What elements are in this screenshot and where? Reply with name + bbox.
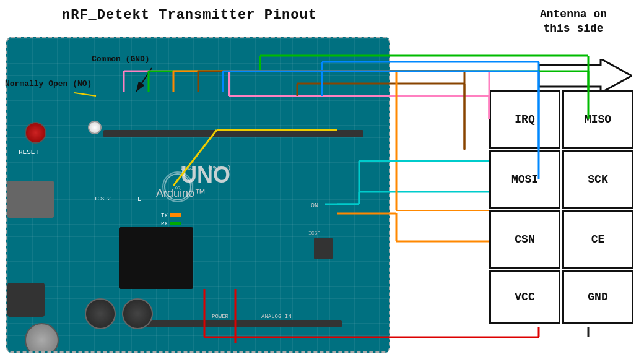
- capacitor-2: [122, 298, 153, 329]
- indicator-light: [88, 121, 102, 134]
- svg-text:∞: ∞: [175, 183, 181, 192]
- power-label: POWER: [212, 314, 228, 320]
- rx-indicator: [170, 222, 181, 225]
- dc-jack: [7, 283, 45, 317]
- common-gnd-label: Common (GND): [92, 54, 150, 64]
- nrf-pin-ce: CE: [562, 210, 633, 269]
- antenna-arrow: [539, 59, 632, 93]
- tx-indicator: [170, 213, 181, 217]
- main-chip: [119, 227, 193, 289]
- rx-label: RX: [161, 221, 168, 227]
- nrf-pin-irq: IRQ: [489, 90, 560, 149]
- analog-label: ANALOG IN: [261, 314, 292, 320]
- nrf-pin-gnd: GND: [562, 270, 633, 324]
- nrf-pin-miso: MISO: [562, 90, 633, 149]
- arduino-logo: ∞: [162, 171, 193, 202]
- page-title: nRF_Detekt Transmitter Pinout: [62, 7, 317, 23]
- icsp-mid-label: ICSP: [308, 230, 320, 236]
- on-label: ON: [311, 202, 318, 209]
- capacitor-1: [85, 298, 116, 329]
- antenna-label: Antenna on this side: [540, 7, 607, 37]
- svg-marker-0: [539, 59, 632, 93]
- digital-pin-header: [103, 130, 363, 137]
- usb-port: [7, 181, 54, 218]
- digital-label: DIGITAL (PWM=~): [181, 165, 231, 171]
- tx-label: TX: [161, 213, 168, 219]
- reset-label: RESET: [19, 149, 39, 156]
- capacitor-big: [25, 323, 59, 353]
- l-label: L: [137, 196, 141, 203]
- normally-open-label: Normally Open (NO): [5, 79, 92, 88]
- nrf-pin-csn: CSN: [489, 210, 560, 269]
- nrf-pin-vcc: VCC: [489, 270, 560, 324]
- main-container: nRF_Detekt Transmitter Pinout Antenna on…: [0, 0, 644, 362]
- icsp2-label: ICSP2: [94, 196, 111, 202]
- icsp-mid-connector: [314, 238, 333, 259]
- reset-button[interactable]: [25, 122, 46, 144]
- nrf-pin-mosi: MOSI: [489, 150, 560, 209]
- nrf-pin-sck: SCK: [562, 150, 633, 209]
- analog-pin-header: [137, 320, 342, 327]
- nrf-module: IRQ MISO MOSI SCK CSN CE VCC GND: [489, 90, 638, 325]
